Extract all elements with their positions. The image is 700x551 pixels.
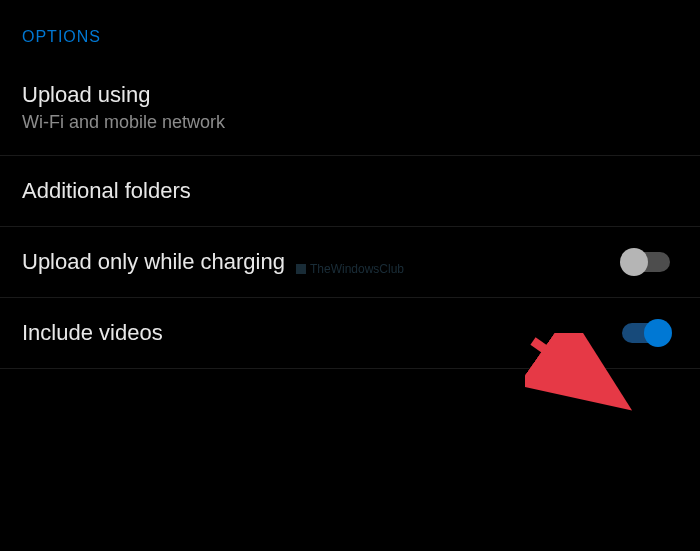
setting-additional-folders[interactable]: Additional folders [0, 156, 700, 227]
setting-title: Additional folders [22, 178, 191, 204]
toggle-knob [644, 319, 672, 347]
setting-title: Upload only while charging [22, 249, 285, 275]
setting-title: Include videos [22, 320, 163, 346]
setting-text-container: Upload only while charging [22, 249, 285, 275]
toggle-knob [620, 248, 648, 276]
setting-include-videos[interactable]: Include videos [0, 298, 700, 369]
setting-title: Upload using [22, 82, 225, 108]
setting-text-container: Include videos [22, 320, 163, 346]
setting-upload-using[interactable]: Upload using Wi-Fi and mobile network [0, 60, 700, 156]
setting-subtitle: Wi-Fi and mobile network [22, 112, 225, 133]
setting-text-container: Upload using Wi-Fi and mobile network [22, 82, 225, 133]
toggle-include-videos[interactable] [622, 323, 670, 343]
setting-text-container: Additional folders [22, 178, 191, 204]
section-header-options: OPTIONS [0, 0, 700, 60]
setting-upload-only-while-charging[interactable]: Upload only while charging [0, 227, 700, 298]
toggle-upload-while-charging[interactable] [622, 252, 670, 272]
